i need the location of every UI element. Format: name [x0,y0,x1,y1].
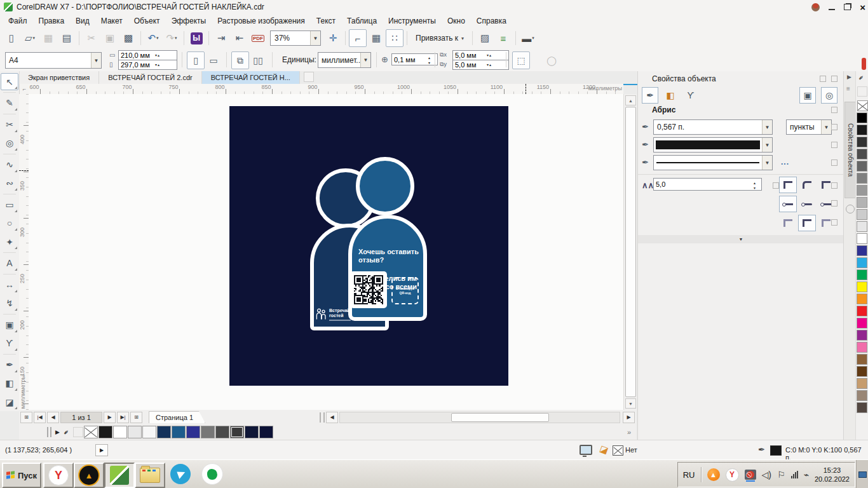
snap-to-button[interactable]: Привязать к▾ [410,30,469,46]
interactive-fill-tool[interactable]: ◪ [1,393,18,410]
color-swatch[interactable] [857,330,867,341]
text-tool[interactable]: А [1,255,18,272]
user-account-icon[interactable] [811,3,820,11]
spinner-arrows-icon[interactable]: ▾▴ [487,62,492,67]
horizontal-scrollbar[interactable] [339,412,620,423]
smart-fill-tool[interactable]: ◧ [1,375,18,392]
style-checkbox[interactable] [831,159,837,166]
crop-tool[interactable]: ✂ [1,116,18,133]
close-button[interactable]: × [860,3,865,12]
scroll-right-button[interactable]: ▶ [623,412,635,423]
cap-round-button[interactable] [798,196,816,212]
language-indicator[interactable]: RU [683,470,695,480]
full-screen-preview-button[interactable]: ✛ [324,29,342,47]
spinner-arrows-icon[interactable]: ▾▴ [155,53,160,57]
previous-page-button[interactable]: ◀ [47,412,59,423]
outline-style-combo[interactable]: ▼ [653,155,773,170]
menu-item-layout[interactable]: Макет [95,15,128,28]
position-outside-button[interactable] [779,215,797,231]
restore-button[interactable] [844,4,851,10]
chevron-down-icon[interactable]: ▼ [762,120,772,134]
taskbar-evernote-button[interactable] [198,463,226,485]
color-swatch[interactable] [857,354,867,365]
front-person-head-shape[interactable] [356,157,414,215]
color-swatch[interactable] [857,378,867,389]
color-swatch[interactable] [857,366,867,377]
vertical-ruler[interactable]: 400350300250200150100миллиметры [19,94,29,410]
section-checkbox[interactable] [831,107,837,113]
current-page-button[interactable]: ▯▯ [249,51,267,69]
color-swatch[interactable] [230,426,244,438]
docker-pin-icon[interactable] [846,205,855,214]
color-swatch[interactable] [857,306,867,316]
next-page-button[interactable]: ▶ [104,412,116,423]
zoom-level-combo[interactable]: 37%▼ [270,30,321,46]
color-swatch[interactable] [245,426,259,438]
menu-item-bitmaps[interactable]: Растровые изображения [212,15,311,28]
new-document-tab-button[interactable] [304,72,314,82]
color-swatch[interactable] [142,426,156,438]
page-border-button[interactable]: ◯ [543,51,560,69]
flag-tray-icon[interactable]: ⚐ [777,470,785,480]
color-swatch[interactable] [857,233,867,244]
artistic-media-tool[interactable]: ∾ [1,175,18,192]
outline-section-tab[interactable]: ✒ [642,87,658,104]
chevron-down-icon[interactable]: ▼ [821,120,831,134]
chevron-down-icon[interactable]: ▼ [91,53,101,68]
color-swatch[interactable] [857,112,867,123]
transparency-section-tab[interactable]: ϒ [682,87,699,104]
eyedropper-icon[interactable]: ✒ [857,73,867,83]
position-checkbox[interactable] [831,219,837,226]
pick-tool[interactable]: ↖ [1,73,18,90]
menu-item-effects[interactable]: Эффекты [166,15,212,28]
menu-item-window[interactable]: Окно [442,15,471,28]
docker-menu-icon[interactable]: ≡ [846,85,850,92]
palette-more-icon[interactable]: » [627,428,631,436]
landscape-orientation-button[interactable]: ▭ [205,51,222,69]
taskbar-aimp-button[interactable]: ▲ [74,463,104,488]
vertical-scrollbar[interactable]: ▲ ▼ [623,94,637,410]
corner-round-button[interactable] [798,177,816,193]
scrollbar-splitter[interactable] [320,412,325,423]
color-swatch[interactable] [857,257,867,268]
color-swatch[interactable] [157,426,171,438]
print-button[interactable]: ▤ [58,29,76,47]
cap-checkbox[interactable] [831,200,837,207]
spinner-arrows-icon[interactable]: ▾▴ [155,62,160,67]
chevron-down-icon[interactable]: ▼ [762,138,772,152]
treat-as-filled-button[interactable]: ⬚ [512,51,530,69]
style-settings-link[interactable]: ... [781,158,789,166]
color-swatch[interactable] [857,390,867,401]
preview-toggle-button[interactable]: ◎ [821,87,837,104]
color-swatch[interactable] [186,426,200,438]
color-swatch[interactable] [128,426,142,438]
color-swatch[interactable] [857,402,867,413]
transparency-tool[interactable]: ϒ [1,335,18,352]
dimension-tool[interactable]: ↔ [1,276,18,294]
fill-section-tab[interactable]: ◧ [662,87,679,104]
outline-width-combo[interactable]: 0,567 п. ▼ [653,119,773,135]
menu-item-object[interactable]: Объект [128,15,166,28]
color-swatch[interactable] [113,426,127,438]
spinner-arrows-icon[interactable]: ▴▾ [752,180,757,191]
last-page-button[interactable]: ▶| [117,412,129,423]
color-swatch[interactable] [98,426,112,438]
units-combo[interactable]: миллимет... ▼ [318,52,371,68]
color-swatch[interactable] [857,197,867,208]
taskbar-telegram-button[interactable] [166,463,194,485]
options-button[interactable]: ▨ [476,29,494,47]
volume-tray-icon[interactable]: ◁) [762,470,771,480]
spinner-arrows-icon[interactable]: ▾▴ [487,53,492,57]
scroll-up-button[interactable]: ▲ [625,95,636,105]
application-launcher-button[interactable]: ▬▾ [519,29,537,47]
import-button[interactable]: ⇥ [212,29,230,47]
display-color-icon[interactable] [580,445,592,455]
docker-float-button[interactable] [820,76,826,82]
doc-tab-doc-vstrechay-2[interactable]: ВСТРЕЧАЙ ГОСТЕЙ 2.cdr [99,71,202,84]
show-desktop-button[interactable] [856,460,868,488]
chevron-down-icon[interactable]: ▼ [360,53,370,67]
duplicate-distance-x-field[interactable] [452,50,509,60]
paste-button[interactable]: ▩ [119,29,137,47]
color-swatch[interactable] [259,426,273,438]
color-swatch[interactable] [215,426,229,438]
